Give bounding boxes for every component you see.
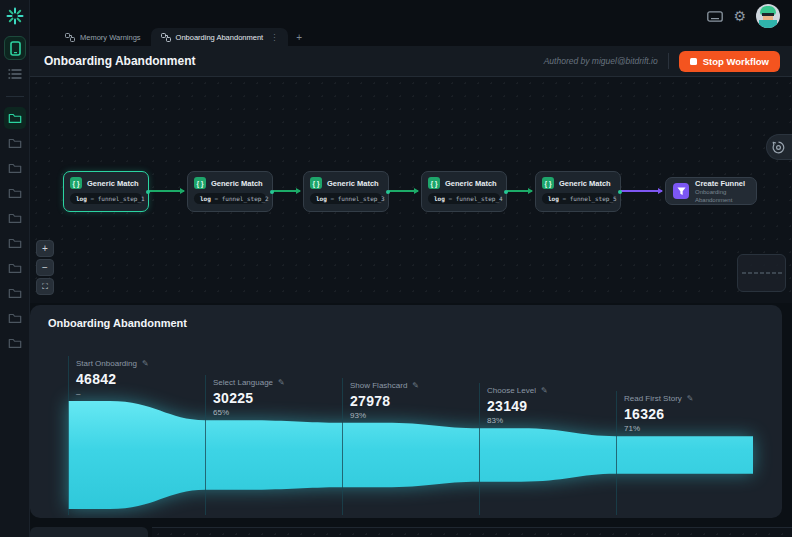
- funnel-step-divider: [616, 391, 617, 515]
- workflow-icon: [161, 33, 171, 42]
- funnel-step: Choose Level ✎ 23149 83%: [487, 386, 613, 425]
- node-generic-match[interactable]: { } Generic Match log = funnel_step_1: [63, 171, 149, 212]
- node-title: Generic Match: [87, 179, 139, 188]
- node-title: Generic Match: [559, 179, 611, 188]
- funnel-step: Start Onboarding ✎ 46842 –: [76, 359, 202, 398]
- bitdrift-logo-icon: [6, 7, 24, 25]
- edge-match[interactable]: [149, 190, 184, 192]
- page-title: Onboarding Abandonment: [44, 54, 196, 68]
- edit-pencil-icon[interactable]: ✎: [541, 386, 548, 395]
- tab-label: Memory Warnings: [80, 33, 141, 42]
- edge-match[interactable]: [273, 190, 300, 192]
- sidebar-folder-item[interactable]: [4, 107, 26, 129]
- stop-icon: [690, 58, 697, 65]
- topbar: ⚙ Memory Warnings: [30, 0, 792, 46]
- comments-flyout-button[interactable]: [766, 134, 792, 160]
- app-window: ⚙ Memory Warnings: [0, 0, 792, 537]
- tab-onboarding-abandonment[interactable]: Onboarding Abandonment ⋮: [151, 28, 289, 46]
- node-output-port: [618, 190, 622, 194]
- funnel-step-value: 46842: [76, 371, 202, 387]
- funnel-step-conversion: 65%: [213, 408, 339, 417]
- node-header: { } Generic Match: [542, 177, 614, 189]
- node-match-badge: log = funnel_step_4: [428, 193, 500, 204]
- node-match-badge: log = funnel_step_1: [70, 193, 142, 204]
- edit-pencil-icon[interactable]: ✎: [278, 378, 285, 387]
- minimap-node: [754, 272, 758, 274]
- sidebar-folder-item[interactable]: [4, 157, 26, 179]
- edit-pencil-icon[interactable]: ✎: [142, 359, 149, 368]
- funnel-icon: [673, 183, 689, 199]
- funnel-step-conversion: 93%: [350, 411, 476, 420]
- minimap-node: [742, 272, 746, 274]
- node-match-badge: log = funnel_step_5: [542, 193, 614, 204]
- sidebar-folder-item[interactable]: [4, 332, 26, 354]
- node-generic-match[interactable]: { } Generic Match log = funnel_step_4: [421, 171, 507, 212]
- keyboard-icon[interactable]: [707, 11, 723, 22]
- workflow-header: Onboarding Abandonment Authored by migue…: [30, 46, 792, 77]
- stop-workflow-button[interactable]: Stop Workflow: [679, 51, 780, 72]
- minimap-node: [766, 272, 770, 274]
- edit-pencil-icon[interactable]: ✎: [412, 381, 419, 390]
- sidebar-folder-item[interactable]: [4, 307, 26, 329]
- node-generic-match[interactable]: { } Generic Match log = funnel_step_2: [187, 171, 273, 212]
- sidebar-folder-item[interactable]: [4, 282, 26, 304]
- node-create-funnel[interactable]: Create FunnelOnboarding Abandonment: [665, 177, 757, 205]
- zoom-out-button[interactable]: −: [36, 259, 54, 276]
- funnel-step-label-row: Read First Story ✎: [624, 394, 750, 403]
- sidebar-folder-item[interactable]: [4, 257, 26, 279]
- tab-memory-warnings[interactable]: Memory Warnings: [55, 28, 151, 46]
- edge-to-funnel[interactable]: [621, 190, 662, 192]
- funnel-step: Select Language ✎ 30225 65%: [213, 378, 339, 417]
- folder-icon: [8, 337, 22, 349]
- list-icon: [8, 68, 22, 80]
- funnel-step-divider: [68, 356, 69, 515]
- node-generic-match[interactable]: { } Generic Match log = funnel_step_5: [535, 171, 621, 212]
- folder-icon: [8, 137, 22, 149]
- chat-bubble-icon: [772, 141, 785, 154]
- node-output-port: [504, 190, 508, 194]
- left-sidebar: [0, 0, 30, 537]
- funnel-step-conversion: –: [76, 389, 202, 398]
- node-generic-match[interactable]: { } Generic Match log = funnel_step_3: [303, 171, 389, 212]
- settings-gear-icon[interactable]: ⚙: [733, 8, 746, 24]
- node-output-port: [386, 190, 390, 194]
- funnel-step: Show Flashcard ✎ 27978 93%: [350, 381, 476, 420]
- folder-icon: [8, 312, 22, 324]
- braces-icon: { }: [70, 177, 82, 189]
- stop-button-label: Stop Workflow: [703, 56, 769, 67]
- authored-by-text: Authored by miguel@bitdrift.io: [544, 56, 658, 66]
- new-tab-button[interactable]: +: [288, 28, 310, 46]
- canvas-zoom-controls: + − ⛶: [36, 240, 54, 295]
- sidebar-folder-item[interactable]: [4, 132, 26, 154]
- sidebar-item-mobile[interactable]: [4, 36, 26, 60]
- funnel-step-value: 23149: [487, 398, 613, 414]
- sidebar-item-list[interactable]: [4, 62, 26, 86]
- edge-match[interactable]: [389, 190, 418, 192]
- canvas-minimap[interactable]: [737, 254, 786, 292]
- topbar-icons: ⚙: [707, 4, 780, 28]
- funnel-step-divider: [205, 375, 206, 515]
- avatar-shirt: [759, 20, 777, 28]
- sidebar-folder-item[interactable]: [4, 232, 26, 254]
- funnel-step-label-row: Choose Level ✎: [487, 386, 613, 395]
- node-title: Generic Match: [211, 179, 263, 188]
- sidebar-divider: [6, 96, 24, 97]
- edge-match[interactable]: [507, 190, 532, 192]
- sidebar-folder-item[interactable]: [4, 182, 26, 204]
- tab-menu-icon[interactable]: ⋮: [270, 33, 278, 42]
- node-header: { } Generic Match: [310, 177, 382, 189]
- sidebar-folder-item[interactable]: [4, 207, 26, 229]
- fit-view-button[interactable]: ⛶: [36, 278, 54, 295]
- header-right: Authored by miguel@bitdrift.io Stop Work…: [544, 51, 780, 72]
- edit-pencil-icon[interactable]: ✎: [687, 394, 694, 403]
- workflow-canvas[interactable]: { } Generic Match log = funnel_step_1 { …: [30, 77, 792, 303]
- next-section-canvas: [152, 527, 792, 537]
- user-avatar[interactable]: [756, 4, 780, 28]
- folder-icon: [8, 212, 22, 224]
- braces-icon: { }: [310, 177, 322, 189]
- tab-label: Onboarding Abandonment: [176, 33, 264, 42]
- braces-icon: { }: [542, 177, 554, 189]
- funnel-step: Read First Story ✎ 16326 71%: [624, 394, 750, 433]
- node-title: Generic Match: [327, 179, 379, 188]
- zoom-in-button[interactable]: +: [36, 240, 54, 257]
